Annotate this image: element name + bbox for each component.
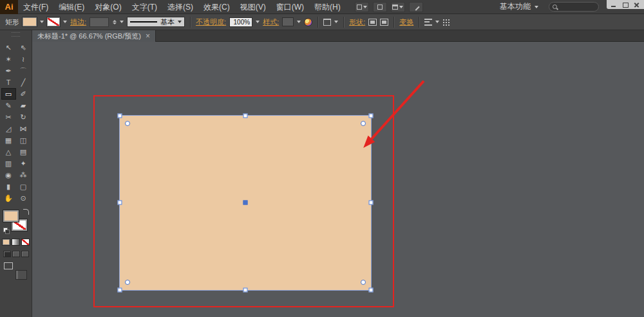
shape-height-icon[interactable] — [380, 19, 388, 26]
blend-tool[interactable]: ◉ — [1, 169, 16, 181]
style-swatch[interactable] — [282, 17, 294, 26]
chevron-down-icon[interactable] — [297, 21, 301, 23]
minimize-button[interactable] — [609, 1, 618, 8]
document-layout-icon[interactable] — [391, 2, 405, 12]
menu-edit[interactable]: 编辑(E) — [53, 0, 90, 14]
chevron-down-icon[interactable] — [63, 21, 67, 23]
align-to-selection-icon[interactable] — [323, 19, 331, 26]
transform-link[interactable]: 变换 — [399, 17, 413, 27]
toolbar-grip[interactable] — [12, 32, 20, 37]
curvature-tool[interactable]: ⌒ — [16, 65, 31, 77]
none-button[interactable] — [21, 239, 30, 246]
line-segment-tool[interactable]: ╱ — [16, 77, 31, 88]
shape-builder-tool[interactable]: ◫ — [16, 134, 31, 146]
stroke-weight-stepper[interactable] — [113, 20, 117, 24]
opacity-link[interactable]: 不透明度: — [196, 17, 226, 27]
type-tool[interactable]: T — [1, 77, 16, 88]
menu-help[interactable]: 帮助(H) — [309, 0, 346, 14]
color-button[interactable] — [2, 239, 10, 246]
chevron-down-icon[interactable] — [435, 21, 439, 23]
pen-tool[interactable]: ✒ — [1, 65, 16, 77]
scissors-tool[interactable]: ✂ — [1, 111, 16, 123]
column-graph-tool[interactable]: ▮ — [1, 181, 16, 192]
screen-mode-button[interactable] — [4, 262, 13, 269]
search-box[interactable] — [549, 2, 599, 12]
chevron-down-icon[interactable] — [120, 21, 124, 23]
stroke-weight-input[interactable] — [90, 17, 109, 27]
style-link[interactable]: 样式: — [263, 17, 279, 27]
selection-handle-top-center[interactable] — [243, 114, 248, 118]
artboard-tool[interactable]: ▢ — [16, 181, 31, 192]
free-transform-tool[interactable]: ▦ — [1, 134, 16, 146]
menu-window[interactable]: 窗口(W) — [271, 0, 309, 14]
app-frame-icon[interactable] — [373, 2, 387, 12]
selection-handle-top-right[interactable] — [369, 114, 374, 118]
stepper-down-icon[interactable] — [113, 23, 117, 24]
selection-handle-middle-right[interactable] — [369, 201, 374, 205]
chevron-down-icon[interactable] — [40, 21, 44, 23]
share-icon[interactable] — [409, 2, 423, 12]
fill-color-swatch[interactable] — [23, 17, 37, 26]
selection-tool[interactable]: ↖ — [1, 42, 16, 53]
mesh-tool[interactable]: ▤ — [16, 146, 31, 158]
corner-widget-bottom-right[interactable] — [361, 280, 366, 285]
chevron-down-icon[interactable] — [334, 21, 338, 23]
align-objects-icon[interactable] — [424, 19, 432, 26]
selection-center-point[interactable] — [243, 201, 248, 205]
draw-inside-mode-button[interactable] — [21, 251, 29, 257]
recolor-artwork-icon[interactable] — [304, 18, 312, 26]
draw-normal-mode-button[interactable] — [3, 251, 11, 257]
menu-view[interactable]: 视图(V) — [235, 0, 271, 14]
menu-type[interactable]: 文字(T) — [127, 0, 162, 14]
brush-definition-dropdown[interactable]: 基本 — [127, 17, 185, 27]
more-options-icon[interactable] — [442, 19, 450, 26]
lasso-tool[interactable]: ≀ — [16, 53, 31, 65]
stepper-up-icon[interactable] — [113, 20, 117, 22]
direct-selection-tool[interactable]: ⇖ — [16, 42, 31, 53]
panel-dock-icon[interactable] — [15, 270, 27, 280]
gradient-button[interactable] — [12, 239, 20, 246]
eyedropper-tool[interactable]: ✦ — [16, 158, 31, 169]
workspace-switcher[interactable]: 基本功能 — [496, 0, 542, 14]
symbol-sprayer-tool[interactable]: ⁂ — [16, 169, 31, 181]
width-tool[interactable]: ⋈ — [16, 123, 31, 134]
selection-handle-bottom-left[interactable] — [118, 288, 122, 293]
perspective-grid-tool[interactable]: △ — [1, 146, 16, 158]
arrange-documents-icon[interactable] — [355, 2, 369, 12]
paintbrush-tool[interactable]: ✐ — [16, 88, 31, 100]
fill-indicator-swatch[interactable] — [3, 210, 19, 222]
corner-widget-top-left[interactable] — [125, 121, 130, 126]
document-tab[interactable]: 未标题-1* @ 66.67% (RGB/预览) × — [32, 30, 156, 42]
menu-select[interactable]: 选择(S) — [162, 0, 198, 14]
menu-effect[interactable]: 效果(C) — [198, 0, 235, 14]
close-tab-icon[interactable]: × — [146, 33, 150, 39]
shape-properties-link[interactable]: 形状: — [349, 17, 365, 27]
search-input[interactable] — [558, 3, 594, 10]
default-fill-stroke-icon[interactable] — [3, 228, 10, 233]
magic-wand-tool[interactable]: ✶ — [1, 53, 16, 65]
zoom-tool[interactable]: ⊙ — [16, 192, 31, 204]
selection-handle-bottom-center[interactable] — [243, 288, 248, 293]
hand-tool[interactable]: ✋ — [1, 192, 16, 204]
rectangle-tool[interactable]: ▭ — [1, 88, 16, 100]
corner-widget-bottom-left[interactable] — [125, 280, 130, 285]
restore-button[interactable] — [621, 1, 630, 8]
shape-width-icon[interactable] — [368, 19, 377, 26]
draw-behind-mode-button[interactable] — [12, 251, 20, 257]
eraser-tool[interactable]: ▰ — [16, 100, 31, 111]
close-button[interactable] — [632, 1, 641, 8]
selection-handle-top-left[interactable] — [118, 114, 122, 118]
selection-handle-bottom-right[interactable] — [369, 288, 374, 293]
menu-object[interactable]: 对象(O) — [90, 0, 126, 14]
swap-fill-stroke-icon[interactable] — [23, 209, 29, 215]
chevron-down-icon[interactable] — [256, 21, 260, 23]
rotate-tool[interactable]: ↻ — [16, 111, 31, 123]
selection-handle-middle-left[interactable] — [118, 201, 122, 205]
menu-file[interactable]: 文件(F) — [18, 0, 53, 14]
pencil-tool[interactable]: ✎ — [1, 100, 16, 111]
stroke-weight-link[interactable]: 描边: — [70, 17, 86, 27]
stroke-color-swatch[interactable] — [47, 17, 60, 26]
scale-tool[interactable]: ◿ — [1, 123, 16, 134]
corner-widget-top-right[interactable] — [361, 121, 366, 126]
opacity-input[interactable]: 100% — [229, 17, 252, 27]
